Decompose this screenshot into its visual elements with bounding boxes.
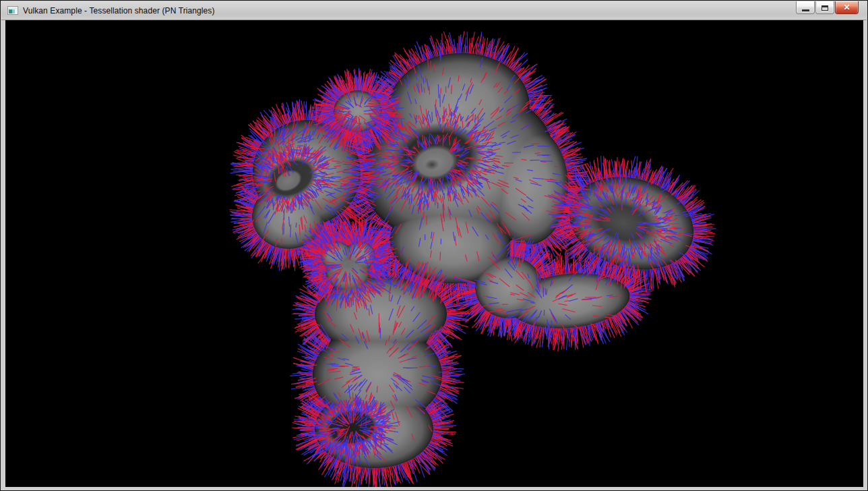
window-controls: ✕ [796,1,859,14]
maximize-button[interactable] [815,1,834,14]
render-viewport[interactable] [5,20,863,487]
minimize-icon [802,9,809,11]
close-button[interactable]: ✕ [835,1,859,14]
app-window: Vulkan Example - Tessellation shader (PN… [0,0,868,491]
app-icon [7,5,18,16]
window-title: Vulkan Example - Tessellation shader (PN… [23,6,215,16]
minimize-button[interactable] [796,1,815,14]
titlebar[interactable]: Vulkan Example - Tessellation shader (PN… [1,1,867,20]
close-icon: ✕ [843,3,850,11]
render-client-area [5,20,863,487]
maximize-icon [822,5,828,11]
